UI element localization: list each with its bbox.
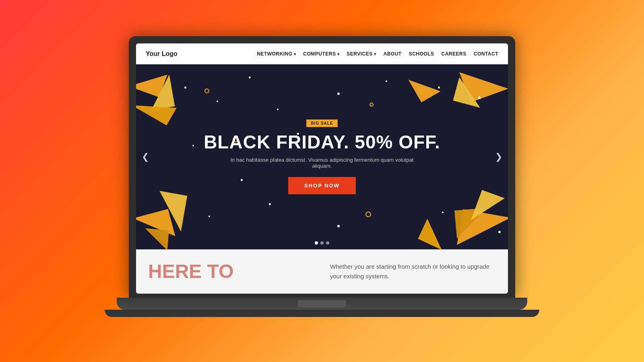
nav-item-about[interactable]: ABOUT — [384, 51, 402, 57]
nav-item-computers[interactable]: COMPUTERS — [303, 51, 339, 57]
deco-dot — [337, 93, 340, 95]
deco-ring — [204, 88, 209, 93]
deco-dot — [217, 101, 218, 102]
deco-dot — [208, 216, 210, 217]
hero-subtitle: In hac habitasse platea dictumst. Vivamu… — [221, 157, 423, 169]
nav-item-contact[interactable]: CONTACT — [474, 51, 498, 57]
deco-triangle — [418, 219, 451, 249]
deco-dot — [438, 86, 440, 88]
deco-dot — [184, 86, 186, 88]
shop-now-button[interactable]: SHOP NOW — [288, 177, 356, 194]
nav-logo[interactable]: Your Logo — [146, 50, 178, 58]
slider-next-arrow[interactable]: ❯ — [495, 152, 502, 162]
hero-content: BIG SALE BLACK FRIDAY. 50% OFF. In hac h… — [204, 119, 440, 195]
deco-ring — [365, 212, 371, 217]
deco-ring — [418, 88, 423, 94]
laptop-bottom — [105, 310, 539, 317]
laptop-screen: Your Logo NETWORKING COMPUTERS SERVICES … — [136, 43, 508, 294]
deco-triangle — [143, 228, 169, 249]
laptop-bezel: Your Logo NETWORKING COMPUTERS SERVICES … — [129, 36, 515, 298]
nav-item-schools[interactable]: SCHOOLS — [409, 51, 434, 57]
deco-dot — [249, 76, 251, 78]
slider-prev-arrow[interactable]: ❮ — [142, 152, 149, 162]
deco-dot — [498, 231, 501, 233]
slider-dot-3[interactable] — [326, 241, 329, 245]
nav-items: NETWORKING COMPUTERS SERVICES ABOUT SCHO… — [257, 51, 498, 57]
deco-dot — [386, 80, 387, 82]
slider-dots — [315, 241, 329, 245]
hero-section: BIG SALE BLACK FRIDAY. 50% OFF. In hac h… — [136, 64, 508, 249]
deco-ring — [369, 103, 374, 107]
nav-item-services[interactable]: SERVICES — [347, 51, 376, 57]
deco-dot — [269, 203, 271, 205]
deco-dot — [192, 145, 194, 146]
nav-item-networking[interactable]: NETWORKING — [257, 51, 296, 57]
deco-triangle — [408, 69, 440, 103]
deco-dot — [337, 225, 340, 227]
deco-dot — [277, 109, 279, 110]
slider-dot-2[interactable] — [320, 241, 324, 245]
below-hero-right: Whether you are starting from scratch or… — [330, 262, 496, 281]
hero-badge: BIG SALE — [306, 119, 337, 127]
slider-dot-1[interactable] — [315, 241, 318, 245]
below-hero-text: Whether you are starting from scratch or… — [330, 262, 496, 281]
navbar: Your Logo NETWORKING COMPUTERS SERVICES … — [136, 43, 508, 64]
laptop-trackpad — [298, 300, 346, 307]
laptop-container: Your Logo NETWORKING COMPUTERS SERVICES … — [117, 36, 527, 326]
nav-item-careers[interactable]: CAREERS — [442, 51, 466, 57]
laptop-base — [117, 298, 527, 310]
deco-dot — [478, 97, 481, 99]
below-hero-title: HERE TO — [148, 262, 314, 281]
deco-dot — [442, 212, 444, 213]
hero-title: BLACK FRIDAY. 50% OFF. — [204, 132, 440, 152]
below-hero-left: HERE TO — [148, 262, 314, 281]
below-hero-section: HERE TO Whether you are starting from sc… — [136, 249, 508, 294]
deco-triangle — [153, 191, 188, 232]
